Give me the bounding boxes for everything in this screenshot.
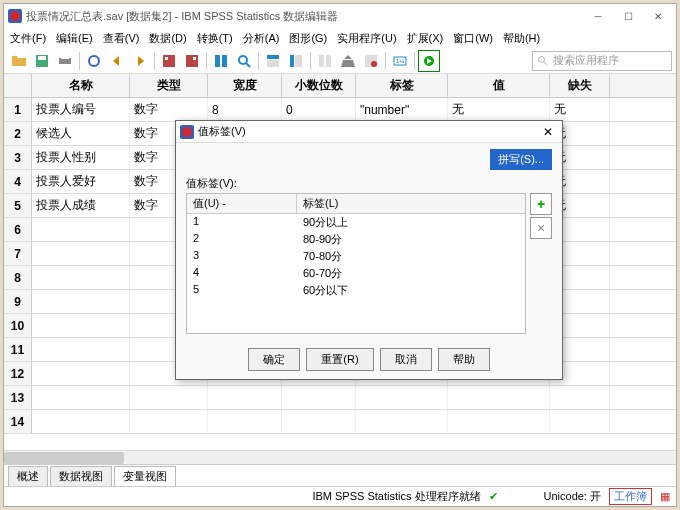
tab-data-view[interactable]: 数据视图 (50, 466, 112, 486)
spell-button[interactable]: 拼写(S)... (490, 149, 552, 170)
redo-icon[interactable] (129, 50, 151, 72)
menu-analyze[interactable]: 分析(A) (239, 29, 284, 48)
dialog-close-button[interactable]: ✕ (538, 125, 558, 139)
undo-icon[interactable] (106, 50, 128, 72)
dialog-icon (180, 125, 194, 139)
svg-rect-15 (290, 55, 294, 67)
menu-help[interactable]: 帮助(H) (499, 29, 544, 48)
menubar: 文件(F) 编辑(E) 查看(V) 数据(D) 转换(T) 分析(A) 图形(G… (4, 28, 676, 48)
print-icon[interactable] (54, 50, 76, 72)
reset-button[interactable]: 重置(R) (306, 348, 373, 371)
horizontal-scrollbar[interactable] (4, 450, 676, 464)
search-input[interactable]: 搜索应用程序 (532, 51, 672, 71)
list-item[interactable]: 280-90分 (187, 231, 525, 248)
status-mode: 工作簿 (609, 488, 652, 505)
svg-line-25 (544, 61, 547, 64)
search-icon (537, 55, 549, 67)
menu-extensions[interactable]: 扩展(X) (403, 29, 448, 48)
window-controls: ─ ☐ ✕ (584, 7, 672, 25)
run-icon[interactable] (418, 50, 440, 72)
variables-icon[interactable] (210, 50, 232, 72)
menu-window[interactable]: 窗口(W) (449, 29, 497, 48)
goto-icon[interactable] (158, 50, 180, 72)
recall-icon[interactable] (83, 50, 105, 72)
select-icon[interactable] (360, 50, 382, 72)
svg-rect-8 (193, 57, 196, 60)
split-icon[interactable] (314, 50, 336, 72)
weight-icon[interactable] (337, 50, 359, 72)
grid-header: 名称 类型 宽度 小数位数 标签 值 缺失 (4, 74, 676, 98)
goto-var-icon[interactable] (181, 50, 203, 72)
svg-point-24 (539, 56, 545, 62)
svg-text:1¼: 1¼ (396, 58, 404, 64)
svg-point-20 (371, 61, 377, 67)
col-label[interactable]: 标签 (356, 74, 448, 97)
svg-line-12 (246, 63, 250, 67)
col-type[interactable]: 类型 (130, 74, 208, 97)
value-labels-icon[interactable]: 1¼ (389, 50, 411, 72)
svg-rect-10 (222, 55, 227, 67)
find-icon[interactable] (233, 50, 255, 72)
dialog-titlebar: 值标签(V) ✕ (176, 121, 562, 143)
svg-rect-14 (267, 60, 279, 67)
col-name[interactable]: 名称 (32, 74, 130, 97)
menu-edit[interactable]: 编辑(E) (52, 29, 97, 48)
table-row[interactable]: 14 (4, 410, 676, 434)
status-text: IBM SPSS Statistics 处理程序就绪 (312, 489, 480, 504)
svg-rect-18 (326, 55, 331, 67)
menu-file[interactable]: 文件(F) (6, 29, 50, 48)
list-item[interactable]: 370-80分 (187, 248, 525, 265)
status-workbook-icon: ▦ (660, 490, 670, 503)
window-title: 投票情况汇总表.sav [数据集2] - IBM SPSS Statistics… (26, 9, 338, 24)
svg-point-11 (239, 56, 247, 64)
insert-case-icon[interactable] (262, 50, 284, 72)
maximize-button[interactable]: ☐ (614, 7, 642, 25)
close-button[interactable]: ✕ (644, 7, 672, 25)
list-item[interactable]: 560分以下 (187, 282, 525, 299)
menu-utilities[interactable]: 实用程序(U) (333, 29, 400, 48)
svg-rect-3 (61, 55, 69, 59)
titlebar: 投票情况汇总表.sav [数据集2] - IBM SPSS Statistics… (4, 4, 676, 28)
menu-data[interactable]: 数据(D) (145, 29, 190, 48)
col-decimals[interactable]: 小数位数 (282, 74, 356, 97)
col-width[interactable]: 宽度 (208, 74, 282, 97)
app-icon (8, 9, 22, 23)
statusbar: IBM SPSS Statistics 处理程序就绪 ✔ Unicode: 开 … (4, 486, 676, 506)
value-labels-dialog: 值标签(V) ✕ 拼写(S)... 值标签(V): 值(U) - 标签(L) 1… (175, 120, 563, 380)
open-icon[interactable] (8, 50, 30, 72)
help-button[interactable]: 帮助 (438, 348, 490, 371)
dialog-title: 值标签(V) (198, 124, 246, 139)
menu-view[interactable]: 查看(V) (99, 29, 144, 48)
table-row[interactable]: 1 投票人编号 数字 8 0 "number" 无 无 (4, 98, 676, 122)
minimize-button[interactable]: ─ (584, 7, 612, 25)
table-row[interactable]: 13 (4, 386, 676, 410)
list-header-label[interactable]: 标签(L) (297, 194, 344, 213)
ok-button[interactable]: 确定 (248, 348, 300, 371)
delete-button[interactable]: × (530, 217, 552, 239)
col-missing[interactable]: 缺失 (550, 74, 610, 97)
tab-overview[interactable]: 概述 (8, 466, 48, 486)
svg-rect-17 (319, 55, 324, 67)
add-button[interactable]: + (530, 193, 552, 215)
insert-var-icon[interactable] (285, 50, 307, 72)
list-item[interactable]: 190分以上 (187, 214, 525, 231)
menu-graphs[interactable]: 图形(G) (285, 29, 331, 48)
svg-rect-6 (165, 57, 168, 60)
list-item[interactable]: 460-70分 (187, 265, 525, 282)
bottom-tabs: 概述 数据视图 变量视图 (4, 464, 676, 486)
status-unicode: Unicode: 开 (544, 489, 601, 504)
value-labels-list[interactable]: 值(U) - 标签(L) 190分以上280-90分370-80分460-70分… (186, 193, 526, 334)
save-icon[interactable] (31, 50, 53, 72)
tab-variable-view[interactable]: 变量视图 (114, 466, 176, 486)
svg-rect-1 (38, 56, 46, 60)
list-label: 值标签(V): (186, 176, 552, 191)
svg-rect-5 (163, 55, 175, 67)
cancel-button[interactable]: 取消 (380, 348, 432, 371)
svg-point-4 (89, 56, 99, 66)
svg-rect-7 (186, 55, 198, 67)
svg-rect-9 (215, 55, 220, 67)
list-header-value[interactable]: 值(U) - (187, 194, 297, 213)
menu-transform[interactable]: 转换(T) (193, 29, 237, 48)
col-values[interactable]: 值 (448, 74, 550, 97)
svg-rect-13 (267, 55, 279, 59)
